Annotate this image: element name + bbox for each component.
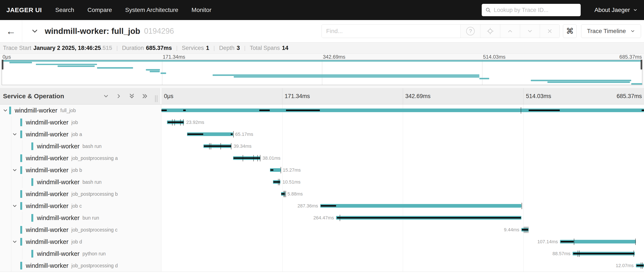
span-row-detail[interactable]: windmill-workerfull_job — [0, 104, 162, 116]
span-duration-label: 15.27ms — [283, 164, 301, 176]
span-row-detail[interactable]: windmill-workerjob_postprocessing b — [0, 188, 162, 200]
span-row-detail[interactable]: windmill-workerjob d — [0, 236, 162, 248]
span-row-detail[interactable]: windmill-workerjob c — [0, 200, 162, 212]
minimap-span-bar — [234, 76, 480, 78]
back-button[interactable]: ← — [0, 20, 22, 42]
service-color-bar — [31, 214, 33, 222]
span-row: windmill-workerjob b15.27ms — [0, 164, 644, 176]
collapse-all-icon[interactable] — [128, 93, 135, 100]
find-help-button[interactable]: ? — [460, 24, 480, 38]
span-row-detail[interactable]: windmill-workerjob b — [0, 164, 162, 176]
minimap-span-bar — [58, 66, 95, 67]
expand-all-icon[interactable] — [142, 93, 148, 100]
span-timeline-cell: 39.34ms — [162, 140, 644, 152]
span-log-marker — [284, 191, 285, 197]
minimap-left-scrubber[interactable] — [2, 60, 4, 70]
span-row: windmill-workerjob_postprocessing a38.01… — [0, 152, 644, 164]
timeline-panel-header: Service & Operation 0μs171.34ms342.69ms5… — [0, 88, 644, 104]
nav-item-system-architecture[interactable]: System Architecture — [118, 6, 185, 14]
minimap-tick-label: 0μs — [2, 54, 11, 60]
span-row-detail[interactable]: windmill-workerpython run — [0, 248, 162, 260]
nav-item-monitor[interactable]: Monitor — [185, 6, 218, 14]
collapse-trace-detail-icon[interactable] — [31, 27, 39, 35]
span-row: windmill-workerjob_postprocessing d12.07… — [0, 260, 644, 272]
nav-item-compare[interactable]: Compare — [81, 6, 118, 14]
find-input[interactable] — [322, 24, 460, 38]
trace-summary-bar: Trace StartJanuary 2 2025, 18:46:25.515|… — [0, 42, 644, 54]
span-row-detail[interactable]: windmill-workerbun run — [0, 212, 162, 224]
span-row-detail[interactable]: windmill-workerbash run — [0, 140, 162, 152]
critical-path-segment — [270, 169, 274, 171]
trace-title: windmill-worker: full_job — [45, 27, 140, 36]
span-timeline-cell: 15.27ms — [162, 164, 644, 176]
column-resize-handle[interactable] — [155, 95, 157, 102]
span-duration-label: 38.01ms — [262, 152, 280, 164]
nav-right: About Jaeger — [482, 4, 638, 16]
span-log-marker — [574, 238, 574, 245]
summary-label: Total Spans — [250, 45, 280, 52]
span-timeline-cell: 10.51ms — [162, 176, 644, 188]
span-collapse-icon[interactable] — [12, 203, 18, 209]
span-collapse-icon[interactable] — [12, 239, 18, 244]
tree-indent-guide — [11, 248, 11, 260]
focus-match-button[interactable] — [480, 24, 500, 38]
critical-path-segment — [560, 241, 574, 242]
service-color-bar — [20, 202, 22, 210]
span-collapse-icon[interactable] — [12, 132, 18, 137]
timeline-minimap-section: 0μs171.34ms342.69ms514.03ms685.37ms — [0, 54, 644, 88]
critical-path-segment — [337, 217, 521, 218]
help-icon: ? — [466, 27, 475, 36]
tree-indent-guide — [11, 212, 11, 224]
span-row-detail[interactable]: windmill-workerbash run — [0, 176, 162, 188]
span-log-marker — [281, 167, 281, 173]
span-row-detail[interactable]: windmill-workerjob — [0, 116, 162, 128]
critical-path-segment — [573, 253, 634, 254]
timeline-minimap[interactable] — [2, 60, 642, 85]
critical-path-segment — [286, 110, 320, 111]
next-match-button[interactable] — [520, 24, 540, 38]
critical-path-segment — [642, 110, 644, 111]
minimap-right-scrubber[interactable] — [640, 60, 642, 70]
span-row-detail[interactable]: windmill-workerjob_postprocessing c — [0, 224, 162, 236]
minimap-span-bar — [97, 67, 133, 69]
service-color-bar — [20, 190, 22, 198]
chevron-down-icon — [633, 8, 638, 12]
service-color-bar — [20, 166, 22, 174]
trace-lookup-input[interactable] — [494, 7, 577, 14]
keyboard-shortcuts-button[interactable]: ⌘ — [563, 24, 576, 38]
tree-indent-guide — [22, 212, 22, 224]
span-bar[interactable] — [320, 204, 522, 208]
service-name: windmill-worker — [26, 155, 68, 162]
summary-separator: | — [176, 45, 178, 51]
span-bar[interactable] — [162, 108, 644, 112]
expand-one-icon[interactable] — [116, 93, 122, 99]
collapse-one-icon[interactable] — [103, 93, 109, 99]
nav-item-search[interactable]: Search — [48, 6, 81, 14]
span-row-detail[interactable]: windmill-workerjob_postprocessing a — [0, 152, 162, 164]
span-timeline-cell: 65.17ms — [162, 128, 644, 140]
minimap-span-bar — [548, 82, 630, 83]
trace-view-selector[interactable]: Trace Timeline — [581, 24, 641, 38]
span-row-detail[interactable]: windmill-workerjob_postprocessing d — [0, 260, 162, 272]
clear-find-button[interactable] — [540, 24, 560, 38]
operation-name: job c — [72, 203, 82, 209]
tree-indent-guide — [11, 128, 11, 140]
span-collapse-icon[interactable] — [12, 167, 18, 173]
critical-path-segment — [636, 265, 644, 266]
minimap-axis-labels: 0μs171.34ms342.69ms514.03ms685.37ms — [2, 54, 642, 60]
tree-indent-guide — [11, 236, 11, 248]
operation-name: job_postprocessing d — [72, 263, 118, 268]
app-logo[interactable]: JAEGER UI — [6, 6, 42, 14]
span-row: windmill-workerbun run264.47ms — [0, 212, 644, 224]
tree-indent-guide — [11, 188, 11, 200]
service-operation-header: Service & Operation — [0, 88, 162, 104]
minimap-span-bar — [10, 62, 32, 63]
prev-match-button[interactable] — [500, 24, 520, 38]
span-collapse-icon[interactable] — [2, 108, 8, 113]
span-timeline-cell — [162, 104, 644, 116]
span-log-marker — [522, 203, 522, 209]
about-jaeger-menu[interactable]: About Jaeger — [594, 6, 638, 14]
span-row: windmill-workerjob23.92ms — [0, 116, 644, 128]
span-row: windmill-workerbash run39.34ms — [0, 140, 644, 152]
span-row-detail[interactable]: windmill-workerjob a — [0, 128, 162, 140]
